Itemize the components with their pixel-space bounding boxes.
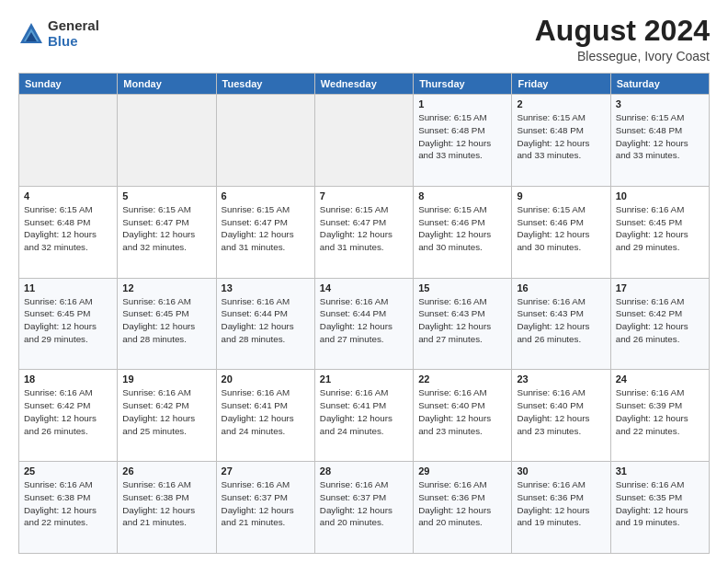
weekday-header-monday: Monday [118, 74, 216, 95]
calendar-cell: 1Sunrise: 6:15 AMSunset: 6:48 PMDaylight… [414, 95, 512, 187]
day-info: Sunrise: 6:16 AMSunset: 6:36 PMDaylight:… [418, 478, 506, 529]
day-number: 24 [616, 373, 704, 385]
calendar-cell: 15Sunrise: 6:16 AMSunset: 6:43 PMDayligh… [414, 278, 512, 370]
weekday-header-tuesday: Tuesday [216, 74, 314, 95]
day-info: Sunrise: 6:16 AMSunset: 6:42 PMDaylight:… [616, 295, 704, 346]
title-block: August 2024 Blessegue, Ivory Coast [535, 15, 710, 63]
day-info: Sunrise: 6:16 AMSunset: 6:42 PMDaylight:… [24, 386, 112, 437]
calendar-table: SundayMondayTuesdayWednesdayThursdayFrid… [18, 73, 710, 554]
day-number: 8 [418, 190, 506, 201]
day-number: 9 [517, 190, 605, 201]
day-number: 28 [320, 465, 408, 477]
day-number: 21 [320, 373, 408, 385]
weekday-row: SundayMondayTuesdayWednesdayThursdayFrid… [19, 74, 710, 95]
day-number: 11 [24, 282, 112, 293]
weekday-header-saturday: Saturday [610, 74, 709, 95]
day-number: 29 [418, 465, 506, 477]
day-info: Sunrise: 6:16 AMSunset: 6:40 PMDaylight:… [517, 386, 605, 437]
calendar-cell: 2Sunrise: 6:15 AMSunset: 6:48 PMDaylight… [512, 95, 610, 187]
logo-text: General Blue [48, 18, 99, 49]
day-info: Sunrise: 6:15 AMSunset: 6:47 PMDaylight:… [320, 203, 408, 254]
day-number: 26 [122, 465, 210, 477]
calendar-cell: 23Sunrise: 6:16 AMSunset: 6:40 PMDayligh… [512, 370, 610, 462]
calendar-cell: 12Sunrise: 6:16 AMSunset: 6:45 PMDayligh… [118, 278, 216, 370]
day-number: 16 [517, 282, 605, 293]
day-info: Sunrise: 6:16 AMSunset: 6:43 PMDaylight:… [517, 295, 605, 346]
header: General Blue August 2024 Blessegue, Ivor… [18, 15, 710, 63]
calendar-cell: 31Sunrise: 6:16 AMSunset: 6:35 PMDayligh… [610, 462, 709, 554]
day-info: Sunrise: 6:16 AMSunset: 6:37 PMDaylight:… [320, 478, 408, 529]
page: General Blue August 2024 Blessegue, Ivor… [0, 0, 728, 563]
day-number: 2 [517, 98, 605, 109]
week-row-1: 1Sunrise: 6:15 AMSunset: 6:48 PMDaylight… [19, 95, 710, 187]
day-info: Sunrise: 6:16 AMSunset: 6:40 PMDaylight:… [418, 386, 506, 437]
calendar-cell: 4Sunrise: 6:15 AMSunset: 6:48 PMDaylight… [19, 186, 118, 278]
calendar-cell: 9Sunrise: 6:15 AMSunset: 6:46 PMDaylight… [512, 186, 610, 278]
day-info: Sunrise: 6:15 AMSunset: 6:48 PMDaylight:… [616, 111, 704, 162]
calendar-cell: 11Sunrise: 6:16 AMSunset: 6:45 PMDayligh… [19, 278, 118, 370]
day-info: Sunrise: 6:15 AMSunset: 6:47 PMDaylight:… [222, 203, 310, 254]
calendar-cell: 13Sunrise: 6:16 AMSunset: 6:44 PMDayligh… [216, 278, 314, 370]
calendar-cell [216, 95, 314, 187]
calendar-cell: 26Sunrise: 6:16 AMSunset: 6:38 PMDayligh… [118, 462, 216, 554]
weekday-header-thursday: Thursday [414, 74, 512, 95]
calendar-cell: 14Sunrise: 6:16 AMSunset: 6:44 PMDayligh… [314, 278, 413, 370]
calendar-cell: 8Sunrise: 6:15 AMSunset: 6:46 PMDaylight… [414, 186, 512, 278]
calendar-cell: 17Sunrise: 6:16 AMSunset: 6:42 PMDayligh… [610, 278, 709, 370]
day-info: Sunrise: 6:16 AMSunset: 6:41 PMDaylight:… [222, 386, 310, 437]
day-number: 6 [222, 190, 310, 201]
calendar-cell: 10Sunrise: 6:16 AMSunset: 6:45 PMDayligh… [610, 186, 709, 278]
calendar-cell: 28Sunrise: 6:16 AMSunset: 6:37 PMDayligh… [314, 462, 413, 554]
week-row-4: 18Sunrise: 6:16 AMSunset: 6:42 PMDayligh… [19, 370, 710, 462]
calendar-cell: 5Sunrise: 6:15 AMSunset: 6:47 PMDaylight… [118, 186, 216, 278]
day-number: 20 [222, 373, 310, 385]
day-number: 23 [517, 373, 605, 385]
day-number: 15 [418, 282, 506, 293]
calendar-header: SundayMondayTuesdayWednesdayThursdayFrid… [19, 74, 710, 95]
weekday-header-wednesday: Wednesday [314, 74, 413, 95]
day-number: 27 [222, 465, 310, 477]
calendar-cell: 19Sunrise: 6:16 AMSunset: 6:42 PMDayligh… [118, 370, 216, 462]
day-info: Sunrise: 6:15 AMSunset: 6:48 PMDaylight:… [517, 111, 605, 162]
day-number: 19 [122, 373, 210, 385]
day-info: Sunrise: 6:16 AMSunset: 6:43 PMDaylight:… [418, 295, 506, 346]
day-number: 13 [222, 282, 310, 293]
calendar-cell: 16Sunrise: 6:16 AMSunset: 6:43 PMDayligh… [512, 278, 610, 370]
calendar-cell: 24Sunrise: 6:16 AMSunset: 6:39 PMDayligh… [610, 370, 709, 462]
weekday-header-sunday: Sunday [19, 74, 118, 95]
day-number: 18 [24, 373, 112, 385]
day-number: 14 [320, 282, 408, 293]
day-info: Sunrise: 6:16 AMSunset: 6:39 PMDaylight:… [616, 386, 704, 437]
calendar-cell: 25Sunrise: 6:16 AMSunset: 6:38 PMDayligh… [19, 462, 118, 554]
day-info: Sunrise: 6:16 AMSunset: 6:42 PMDaylight:… [122, 386, 210, 437]
day-number: 1 [418, 98, 506, 109]
day-info: Sunrise: 6:16 AMSunset: 6:37 PMDaylight:… [222, 478, 310, 529]
week-row-2: 4Sunrise: 6:15 AMSunset: 6:48 PMDaylight… [19, 186, 710, 278]
day-info: Sunrise: 6:16 AMSunset: 6:41 PMDaylight:… [320, 386, 408, 437]
day-number: 30 [517, 465, 605, 477]
day-info: Sunrise: 6:15 AMSunset: 6:47 PMDaylight:… [122, 203, 210, 254]
day-number: 5 [122, 190, 210, 201]
day-info: Sunrise: 6:15 AMSunset: 6:48 PMDaylight:… [418, 111, 506, 162]
day-number: 17 [616, 282, 704, 293]
day-number: 3 [616, 98, 704, 109]
day-info: Sunrise: 6:15 AMSunset: 6:46 PMDaylight:… [418, 203, 506, 254]
calendar-cell: 21Sunrise: 6:16 AMSunset: 6:41 PMDayligh… [314, 370, 413, 462]
calendar-cell: 30Sunrise: 6:16 AMSunset: 6:36 PMDayligh… [512, 462, 610, 554]
day-info: Sunrise: 6:16 AMSunset: 6:45 PMDaylight:… [122, 295, 210, 346]
day-number: 4 [24, 190, 112, 201]
day-info: Sunrise: 6:16 AMSunset: 6:44 PMDaylight:… [222, 295, 310, 346]
day-number: 31 [616, 465, 704, 477]
calendar-cell: 27Sunrise: 6:16 AMSunset: 6:37 PMDayligh… [216, 462, 314, 554]
calendar-cell: 22Sunrise: 6:16 AMSunset: 6:40 PMDayligh… [414, 370, 512, 462]
subtitle: Blessegue, Ivory Coast [535, 49, 710, 63]
day-info: Sunrise: 6:16 AMSunset: 6:38 PMDaylight:… [122, 478, 210, 529]
calendar-cell [118, 95, 216, 187]
day-info: Sunrise: 6:16 AMSunset: 6:36 PMDaylight:… [517, 478, 605, 529]
day-number: 22 [418, 373, 506, 385]
logo-general: General [48, 18, 99, 34]
calendar-cell: 29Sunrise: 6:16 AMSunset: 6:36 PMDayligh… [414, 462, 512, 554]
day-info: Sunrise: 6:16 AMSunset: 6:38 PMDaylight:… [24, 478, 112, 529]
weekday-header-friday: Friday [512, 74, 610, 95]
day-info: Sunrise: 6:16 AMSunset: 6:44 PMDaylight:… [320, 295, 408, 346]
